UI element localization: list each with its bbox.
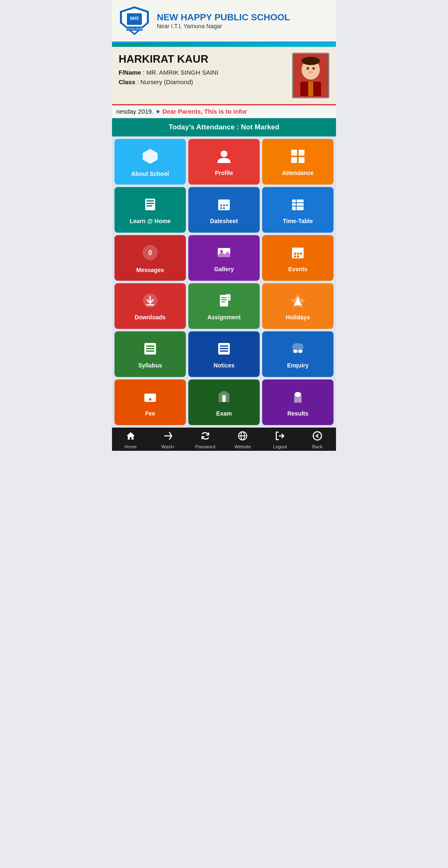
nav-website-label: Website [234, 444, 251, 449]
svg-rect-40 [292, 248, 304, 251]
svg-rect-18 [291, 157, 297, 163]
svg-point-66 [149, 398, 151, 401]
profile-icon [217, 149, 231, 166]
grid-item-syllabus[interactable]: Syllabus [114, 331, 186, 377]
svg-point-68 [295, 392, 301, 397]
attendance-label: Attendance [282, 170, 314, 176]
grid-item-fee[interactable]: Fee [114, 379, 186, 425]
svg-rect-61 [220, 350, 228, 352]
grid-item-learn---home[interactable]: Learn @ Home [114, 187, 186, 233]
class-field: Class : Nursery (Diamond) [119, 78, 218, 85]
student-name: HARKIRAT KAUR [119, 53, 218, 66]
svg-rect-43 [300, 253, 302, 255]
ticker-announcement: Dear Parents, This is to infor [162, 108, 247, 115]
attendance-label: Today's Attendance : Not Marked [169, 123, 280, 131]
grid-item-holidays[interactable]: Holidays [262, 283, 334, 329]
class-colon: : [137, 78, 140, 85]
grid-item-events[interactable]: Events [262, 235, 334, 281]
svg-point-15 [221, 151, 227, 157]
school-logo: NHS EXCELSIOR [118, 4, 151, 37]
grid-item-gallery[interactable]: Gallery [188, 235, 260, 281]
assignment-label: Assignment [207, 314, 241, 321]
svg-rect-41 [294, 253, 296, 255]
holidays-icon [290, 293, 305, 311]
grid-item-messages[interactable]: 0Messages [114, 235, 186, 281]
svg-rect-45 [297, 255, 299, 258]
grid-item-about-school[interactable]: About School [114, 139, 186, 185]
grid-item-results[interactable]: Results [262, 379, 334, 425]
student-card: HARKIRAT KAUR F/Name : MR. AMRIK SINGH S… [112, 47, 336, 105]
svg-rect-23 [146, 205, 152, 207]
results-label: Results [287, 410, 309, 417]
svg-point-8 [307, 67, 309, 70]
notices-icon [217, 341, 231, 359]
grid-item-enquiry[interactable]: Enquiry [262, 331, 334, 377]
svg-rect-27 [223, 204, 225, 206]
nav-home-label: Home [124, 444, 136, 449]
svg-rect-21 [146, 200, 154, 202]
fee-icon [143, 389, 158, 407]
svg-rect-60 [220, 348, 228, 349]
nav-back-label: Back [312, 444, 322, 449]
ticker-star: ★ [155, 108, 162, 115]
grid-item-downloads[interactable]: Downloads [114, 283, 186, 329]
svg-rect-57 [146, 350, 154, 352]
class-value: Nursery (Diamond) [141, 78, 193, 85]
student-info: HARKIRAT KAUR F/Name : MR. AMRIK SINGH S… [119, 53, 218, 88]
svg-rect-52 [221, 301, 225, 302]
notices-label: Notices [214, 362, 235, 369]
grid-item-assignment[interactable]: Assignment [188, 283, 260, 329]
nav-item-logout[interactable]: Logout [261, 431, 299, 449]
grid-item-exam[interactable]: Exam [188, 379, 260, 425]
svg-rect-17 [299, 150, 304, 156]
ticker-text: nesday 2019. [116, 108, 153, 115]
nav-ward--label: Ward+ [161, 444, 175, 449]
grid-item-datesheet[interactable]: Datesheet [188, 187, 260, 233]
nav-website-icon [238, 431, 248, 443]
nav-item-website[interactable]: Website [224, 431, 261, 449]
nav-item-ward-[interactable]: Ward+ [149, 431, 187, 449]
svg-rect-59 [220, 345, 228, 347]
downloads-icon [143, 293, 158, 311]
svg-rect-51 [221, 299, 227, 300]
nav-logout-icon [275, 431, 285, 443]
header-text: NEW HAPPY PUBLIC SCHOOL Near I.T.I, Yamu… [157, 12, 290, 29]
nav-item-password[interactable]: Password [187, 431, 224, 449]
svg-rect-25 [218, 199, 230, 203]
results-icon [290, 389, 305, 407]
nav-password-label: Password [195, 444, 215, 449]
svg-text:EXCELSIOR: EXCELSIOR [126, 27, 143, 30]
father-colon: : [143, 69, 146, 76]
father-label: F/Name [119, 69, 141, 76]
nav-item-back[interactable]: Back [299, 431, 336, 449]
svg-point-63 [298, 350, 302, 353]
about-school-label: About School [131, 170, 169, 177]
fee-label: Fee [145, 410, 155, 417]
menu-grid: About SchoolProfileAttendanceLearn @ Hom… [114, 139, 334, 425]
grid-item-notices[interactable]: Notices [188, 331, 260, 377]
downloads-label: Downloads [135, 314, 166, 321]
school-address: Near I.T.I, Yamuna Nagar [157, 23, 290, 29]
about-school-icon [142, 148, 158, 167]
svg-point-10 [308, 71, 313, 73]
header: NHS EXCELSIOR NEW HAPPY PUBLIC SCHOOL Ne… [112, 0, 336, 43]
nav-logout-label: Logout [273, 444, 287, 449]
events-icon [290, 245, 305, 263]
class-label: Class [119, 78, 135, 85]
grid-item-time-table[interactable]: Time-Table [262, 187, 334, 233]
bottom-nav: HomeWard+PasswordWebsiteLogoutBack [112, 428, 336, 451]
svg-rect-16 [291, 150, 297, 156]
svg-point-62 [293, 350, 297, 353]
svg-point-9 [312, 67, 315, 70]
gallery-label: Gallery [214, 266, 234, 272]
svg-rect-28 [226, 204, 228, 206]
grid-item-profile[interactable]: Profile [188, 139, 260, 185]
grid-item-attendance[interactable]: Attendance [262, 139, 334, 185]
svg-rect-19 [299, 157, 304, 163]
nav-item-home[interactable]: Home [112, 431, 149, 449]
syllabus-icon [143, 341, 158, 359]
svg-rect-65 [144, 396, 156, 398]
svg-rect-22 [146, 203, 154, 204]
svg-rect-13 [308, 82, 313, 96]
father-value: MR. AMRIK SINGH SAINI [146, 69, 218, 76]
